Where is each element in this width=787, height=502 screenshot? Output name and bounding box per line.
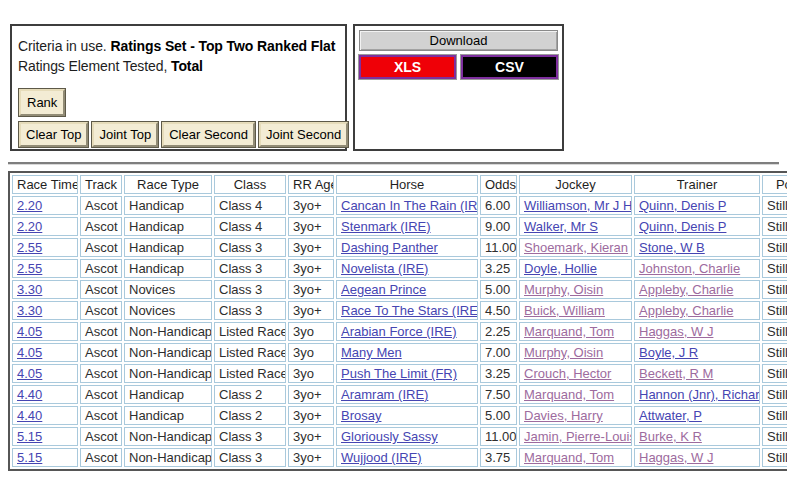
clear-top-button[interactable]: Clear Top xyxy=(19,122,88,147)
jockey-link[interactable]: Shoemark, Kieran xyxy=(524,240,628,255)
jockey-cell: Walker, Mr S xyxy=(519,217,632,236)
trainer-cell: Appleby, Charlie xyxy=(634,280,760,299)
race-time-cell: 4.05 xyxy=(12,343,78,362)
jockey-link[interactable]: Crouch, Hector xyxy=(524,366,611,381)
trainer-link[interactable]: Hannon (Jnr), Richard xyxy=(639,387,760,402)
horse-link[interactable]: Stenmark (IRE) xyxy=(341,219,431,234)
jockey-cell: Jamin, Pierre-Louis xyxy=(519,427,632,446)
jockey-cell: Shoemark, Kieran xyxy=(519,238,632,257)
horse-link[interactable]: Gloriously Sassy xyxy=(341,429,438,444)
header-horse: Horse xyxy=(336,175,478,194)
header-race-type: Race Type xyxy=(124,175,212,194)
race-time-link[interactable]: 3.30 xyxy=(17,282,42,297)
race-type-cell: Non-Handicap xyxy=(124,322,212,341)
joint-top-button[interactable]: Joint Top xyxy=(92,122,158,147)
track-cell: Ascot xyxy=(80,238,122,257)
jockey-cell: Marquand, Tom xyxy=(519,385,632,404)
rank-button[interactable]: Rank xyxy=(19,89,65,116)
race-time-link[interactable]: 4.05 xyxy=(17,345,42,360)
horse-link[interactable]: Many Men xyxy=(341,345,402,360)
horse-cell: Aegean Prince xyxy=(336,280,478,299)
rr-age-cell: 3yo+ xyxy=(288,217,334,236)
race-time-link[interactable]: 4.05 xyxy=(17,366,42,381)
jockey-link[interactable]: Doyle, Hollie xyxy=(524,261,597,276)
horse-cell: Aramram (IRE) xyxy=(336,385,478,404)
section-divider xyxy=(8,162,779,165)
header-trainer: Trainer xyxy=(634,175,760,194)
race-time-link[interactable]: 3.30 xyxy=(17,303,42,318)
horse-link[interactable]: Push The Limit (FR) xyxy=(341,366,457,381)
race-time-link[interactable]: 2.55 xyxy=(17,240,42,255)
race-time-link[interactable]: 2.20 xyxy=(17,198,42,213)
horse-link[interactable]: Cancan In The Rain (IRE) xyxy=(341,198,478,213)
class-cell: Listed Race xyxy=(214,364,286,383)
odds-cell: 9.00 xyxy=(480,217,517,236)
jockey-link[interactable]: Marquand, Tom xyxy=(524,324,614,339)
jockey-link[interactable]: Davies, Harry xyxy=(524,408,603,423)
trainer-link[interactable]: Boyle, J R xyxy=(639,345,698,360)
horse-link[interactable]: Arabian Force (IRE) xyxy=(341,324,457,339)
criteria-ratings-set: Ratings Set - Top Two Ranked Flat xyxy=(110,38,335,54)
jockey-link[interactable]: Buick, William xyxy=(524,303,605,318)
class-cell: Class 3 xyxy=(214,238,286,257)
race-time-link[interactable]: 2.20 xyxy=(17,219,42,234)
horse-link[interactable]: Wujjood (IRE) xyxy=(341,450,422,465)
trainer-link[interactable]: Burke, K R xyxy=(639,429,702,444)
table-row: 4.05AscotNon-HandicapListed Race3yoMany … xyxy=(12,343,787,362)
race-time-link[interactable]: 2.55 xyxy=(17,261,42,276)
race-time-link[interactable]: 4.40 xyxy=(17,408,42,423)
trainer-link[interactable]: Appleby, Charlie xyxy=(639,282,733,297)
horse-link[interactable]: Dashing Panther xyxy=(341,240,438,255)
trainer-link[interactable]: Johnston, Charlie xyxy=(639,261,740,276)
race-results-table: Race Time Track Race Type Class RR Age H… xyxy=(8,171,787,471)
jockey-link[interactable]: Walker, Mr S xyxy=(524,219,598,234)
class-cell: Class 2 xyxy=(214,406,286,425)
trainer-cell: Hannon (Jnr), Richard xyxy=(634,385,760,404)
download-csv-button[interactable]: CSV xyxy=(461,55,558,79)
race-time-cell: 2.55 xyxy=(12,259,78,278)
joint-second-button[interactable]: Joint Second xyxy=(259,122,348,147)
trainer-link[interactable]: Stone, W B xyxy=(639,240,705,255)
jockey-link[interactable]: Murphy, Oisin xyxy=(524,345,603,360)
trainer-link[interactable]: Attwater, P xyxy=(639,408,702,423)
jockey-link[interactable]: Williamson, Mr J H xyxy=(524,198,632,213)
horse-link[interactable]: Race To The Stars (IRE) xyxy=(341,303,478,318)
trainer-link[interactable]: Haggas, W J xyxy=(639,450,713,465)
jockey-cell: Davies, Harry xyxy=(519,406,632,425)
class-cell: Class 3 xyxy=(214,259,286,278)
horse-link[interactable]: Aegean Prince xyxy=(341,282,426,297)
trainer-link[interactable]: Haggas, W J xyxy=(639,324,713,339)
track-cell: Ascot xyxy=(80,343,122,362)
race-time-link[interactable]: 4.05 xyxy=(17,324,42,339)
header-jockey: Jockey xyxy=(519,175,632,194)
horse-link[interactable]: Brosay xyxy=(341,408,381,423)
race-time-cell: 2.20 xyxy=(12,217,78,236)
race-time-link[interactable]: 4.40 xyxy=(17,387,42,402)
clear-second-button[interactable]: Clear Second xyxy=(162,122,255,147)
download-xls-button[interactable]: XLS xyxy=(359,55,456,79)
horse-cell: Many Men xyxy=(336,343,478,362)
table-row: 4.05AscotNon-HandicapListed Race3yoArabi… xyxy=(12,322,787,341)
horse-cell: Arabian Force (IRE) xyxy=(336,322,478,341)
trainer-link[interactable]: Beckett, R M xyxy=(639,366,713,381)
download-header: Download xyxy=(359,30,558,51)
jockey-link[interactable]: Marquand, Tom xyxy=(524,387,614,402)
trainer-link[interactable]: Quinn, Denis P xyxy=(639,198,726,213)
horse-cell: Brosay xyxy=(336,406,478,425)
jockey-link[interactable]: Jamin, Pierre-Louis xyxy=(524,429,632,444)
jockey-link[interactable]: Marquand, Tom xyxy=(524,450,614,465)
jockey-link[interactable]: Murphy, Oisin xyxy=(524,282,603,297)
trainer-link[interactable]: Appleby, Charlie xyxy=(639,303,733,318)
horse-link[interactable]: Novelista (IRE) xyxy=(341,261,428,276)
race-type-cell: Non-Handicap xyxy=(124,364,212,383)
class-cell: Class 4 xyxy=(214,196,286,215)
race-time-link[interactable]: 5.15 xyxy=(17,429,42,444)
class-cell: Class 3 xyxy=(214,427,286,446)
trainer-link[interactable]: Quinn, Denis P xyxy=(639,219,726,234)
race-time-link[interactable]: 5.15 xyxy=(17,450,42,465)
rr-age-cell: 3yo+ xyxy=(288,406,334,425)
horse-link[interactable]: Aramram (IRE) xyxy=(341,387,428,402)
odds-cell: 5.00 xyxy=(480,406,517,425)
race-type-cell: Handicap xyxy=(124,406,212,425)
odds-cell: 7.00 xyxy=(480,343,517,362)
